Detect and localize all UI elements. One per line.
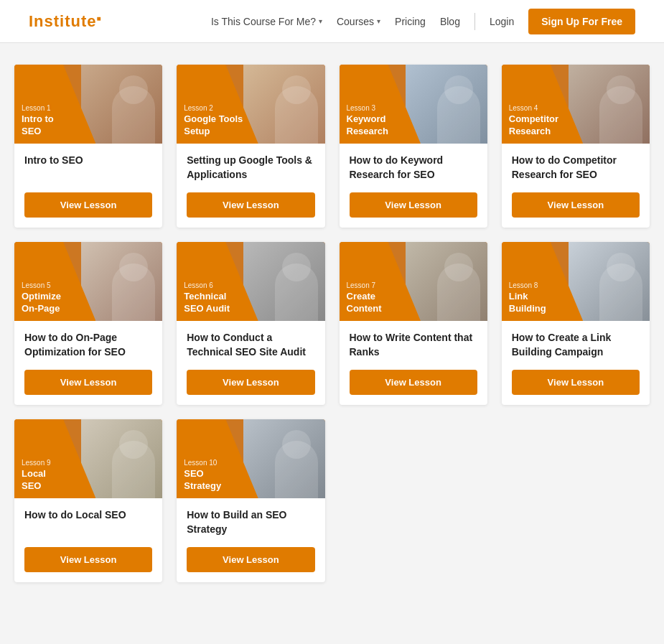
lesson-number: Lesson 2 xyxy=(184,104,251,112)
lesson-photo xyxy=(81,419,162,498)
lesson-topic: OptimizeOn-Page xyxy=(22,291,88,315)
lesson-title: Intro to SEO xyxy=(24,154,152,182)
view-lesson-button[interactable]: View Lesson xyxy=(24,547,152,572)
lesson-number: Lesson 4 xyxy=(509,104,576,112)
view-lesson-button[interactable]: View Lesson xyxy=(24,370,152,395)
site-logo[interactable]: Institute■ xyxy=(29,12,102,31)
lesson-photo xyxy=(243,65,324,144)
lesson-photo xyxy=(569,65,650,144)
lesson-number: Lesson 6 xyxy=(184,281,251,289)
lesson-photo-people xyxy=(406,65,487,144)
lesson-topic: CompetitorResearch xyxy=(509,113,576,138)
nav-blog[interactable]: Blog xyxy=(440,16,460,27)
lesson-photo-people xyxy=(81,65,162,144)
lesson-number: Lesson 5 xyxy=(22,281,88,289)
main-nav: Is This Course For Me? ▾ Courses ▾ Prici… xyxy=(211,9,635,34)
lesson-topic: LinkBuilding xyxy=(509,291,576,315)
lesson-title: How to Create a Link Building Campaign xyxy=(512,331,640,360)
view-lesson-button[interactable]: View Lesson xyxy=(512,192,640,218)
signup-button[interactable]: Sign Up For Free xyxy=(528,9,635,34)
lesson-photo xyxy=(569,242,650,321)
lesson-body: How to Conduct a Technical SEO Site Audi… xyxy=(177,321,324,405)
lesson-photo-people xyxy=(406,242,487,321)
lesson-photo-people xyxy=(81,419,162,498)
lesson-thumbnail: Lesson 6 TechnicalSEO Audit xyxy=(177,242,324,321)
lesson-body: How to do Local SEO View Lesson xyxy=(14,498,162,582)
lesson-photo-people xyxy=(243,65,324,144)
lesson-photo xyxy=(81,242,162,321)
lesson-card: Lesson 5 OptimizeOn-Page How to do On-Pa… xyxy=(14,242,162,405)
lesson-body: How to do Keyword Research for SEO View … xyxy=(340,144,487,228)
lesson-topic: KeywordResearch xyxy=(347,113,413,138)
site-header: Institute■ Is This Course For Me? ▾ Cour… xyxy=(0,0,664,43)
nav-divider xyxy=(474,13,475,30)
lesson-card: Lesson 10 SEOStrategy How to Build an SE… xyxy=(177,419,324,582)
lesson-card: Lesson 1 Intro toSEO Intro to SEO View L… xyxy=(14,65,162,228)
chevron-down-icon: ▾ xyxy=(377,17,380,25)
view-lesson-button[interactable]: View Lesson xyxy=(350,192,477,218)
lesson-title: How to do Local SEO xyxy=(24,508,152,537)
nav-login[interactable]: Login xyxy=(490,16,514,27)
lesson-number: Lesson 3 xyxy=(347,104,413,112)
lesson-card: Lesson 4 CompetitorResearch How to do Co… xyxy=(502,65,650,228)
lesson-title: How to Build an SEO Strategy xyxy=(187,508,314,537)
lessons-grid: Lesson 1 Intro toSEO Intro to SEO View L… xyxy=(14,65,650,582)
lesson-body: How to do Competitor Research for SEO Vi… xyxy=(502,144,650,228)
lesson-photo-people xyxy=(569,65,650,144)
lesson-photo xyxy=(406,242,487,321)
lesson-topic: SEOStrategy xyxy=(184,468,251,493)
lesson-body: How to Write Content that Ranks View Les… xyxy=(340,321,487,405)
lesson-photo xyxy=(406,65,487,144)
lesson-card: Lesson 6 TechnicalSEO Audit How to Condu… xyxy=(177,242,324,405)
lesson-thumbnail: Lesson 9 LocalSEO xyxy=(14,419,162,498)
lesson-body: How to Create a Link Building Campaign V… xyxy=(502,321,650,405)
lesson-topic: Intro toSEO xyxy=(22,113,88,138)
lesson-thumbnail: Lesson 10 SEOStrategy xyxy=(177,419,324,498)
lesson-topic: TechnicalSEO Audit xyxy=(184,291,251,315)
lesson-photo-people xyxy=(243,419,324,498)
lesson-thumbnail: Lesson 8 LinkBuilding xyxy=(502,242,650,321)
nav-courses[interactable]: Courses ▾ xyxy=(337,16,380,27)
main-content: Lesson 1 Intro toSEO Intro to SEO View L… xyxy=(0,65,664,582)
lesson-card: Lesson 9 LocalSEO How to do Local SEO Vi… xyxy=(14,419,162,582)
view-lesson-button[interactable]: View Lesson xyxy=(187,370,314,395)
view-lesson-button[interactable]: View Lesson xyxy=(350,370,477,395)
lesson-thumbnail: Lesson 3 KeywordResearch xyxy=(340,65,487,144)
nav-course-for-me[interactable]: Is This Course For Me? ▾ xyxy=(211,16,322,27)
lesson-card: Lesson 7 CreateContent How to Write Cont… xyxy=(340,242,487,405)
view-lesson-button[interactable]: View Lesson xyxy=(512,370,640,395)
lesson-photo xyxy=(243,419,324,498)
lesson-thumbnail: Lesson 4 CompetitorResearch xyxy=(502,65,650,144)
lesson-title: Setting up Google Tools & Applications xyxy=(187,154,314,182)
lesson-title: How to Conduct a Technical SEO Site Audi… xyxy=(187,331,314,360)
lesson-thumbnail: Lesson 7 CreateContent xyxy=(340,242,487,321)
view-lesson-button[interactable]: View Lesson xyxy=(187,192,314,218)
lesson-thumbnail: Lesson 2 Google ToolsSetup xyxy=(177,65,324,144)
lesson-photo-people xyxy=(569,242,650,321)
lesson-thumbnail: Lesson 1 Intro toSEO xyxy=(14,65,162,144)
lesson-photo-people xyxy=(81,242,162,321)
lesson-number: Lesson 1 xyxy=(22,104,88,112)
lesson-card: Lesson 8 LinkBuilding How to Create a Li… xyxy=(502,242,650,405)
lesson-body: Setting up Google Tools & Applications V… xyxy=(177,144,324,228)
lesson-title: How to do Keyword Research for SEO xyxy=(350,154,477,182)
lesson-title: How to do On-Page Optimization for SEO xyxy=(24,331,152,360)
lesson-card: Lesson 2 Google ToolsSetup Setting up Go… xyxy=(177,65,324,228)
lesson-photo xyxy=(81,65,162,144)
lesson-topic: CreateContent xyxy=(347,291,413,315)
lesson-body: How to Build an SEO Strategy View Lesson xyxy=(177,498,324,582)
lesson-topic: Google ToolsSetup xyxy=(184,113,251,138)
lesson-number: Lesson 9 xyxy=(22,459,88,467)
lesson-photo xyxy=(243,242,324,321)
lesson-card: Lesson 3 KeywordResearch How to do Keywo… xyxy=(340,65,487,228)
lesson-body: Intro to SEO View Lesson xyxy=(14,144,162,228)
lesson-topic: LocalSEO xyxy=(22,468,88,493)
lesson-title: How to do Competitor Research for SEO xyxy=(512,154,640,182)
lesson-photo-people xyxy=(243,242,324,321)
nav-pricing[interactable]: Pricing xyxy=(395,16,426,27)
lesson-number: Lesson 7 xyxy=(347,281,413,289)
lesson-body: How to do On-Page Optimization for SEO V… xyxy=(14,321,162,405)
chevron-down-icon: ▾ xyxy=(319,17,322,25)
view-lesson-button[interactable]: View Lesson xyxy=(24,192,152,218)
view-lesson-button[interactable]: View Lesson xyxy=(187,547,314,572)
